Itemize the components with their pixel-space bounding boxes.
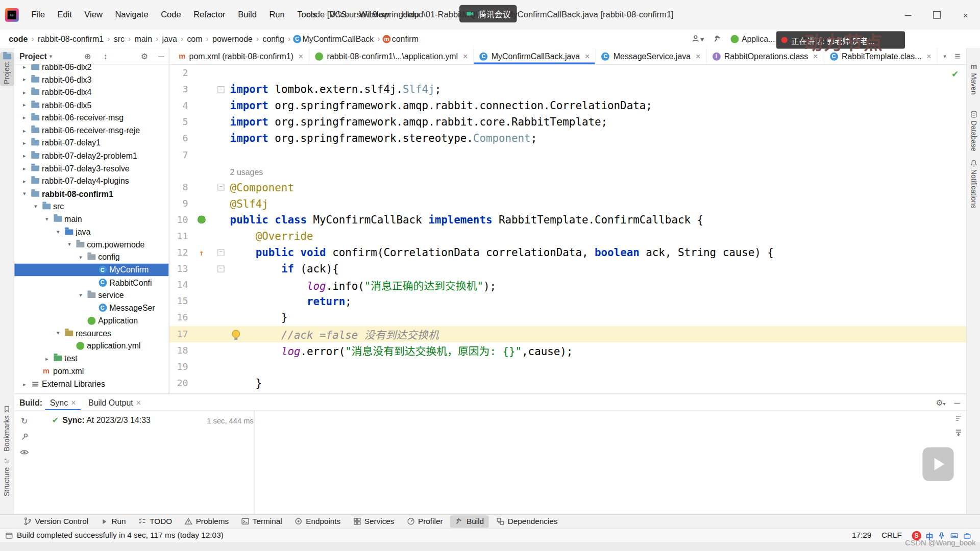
breadcrumb-item[interactable]: java: [161, 34, 178, 43]
tree-item[interactable]: ▾java: [14, 226, 168, 238]
tree-item[interactable]: ▸rabbit-06-receiver-msg: [14, 111, 168, 124]
chevron-right-icon[interactable]: ▸: [19, 77, 30, 83]
mini-player-overlay[interactable]: [922, 447, 953, 481]
tencent-meeting-overlay[interactable]: 腾讯会议: [459, 5, 517, 22]
pin-icon[interactable]: [20, 433, 29, 441]
chevron-down-icon[interactable]: ▾: [53, 229, 63, 235]
tree-item[interactable]: Application: [14, 314, 168, 327]
fold-marker-icon[interactable]: −: [217, 249, 224, 256]
line-number[interactable]: 11: [169, 231, 191, 242]
chevron-down-icon[interactable]: ▾: [31, 203, 41, 209]
breadcrumb-item[interactable]: main: [133, 34, 153, 43]
locate-file-icon[interactable]: ⊕: [82, 51, 93, 62]
chevron-right-icon[interactable]: ▸: [19, 178, 30, 184]
toolwindow-button-dependencies[interactable]: Dependencies: [492, 515, 562, 528]
tree-item[interactable]: application.yml: [14, 340, 168, 353]
tree-item[interactable]: ▸rabbit-07-delay1: [14, 137, 168, 149]
toolwindow-button-problems[interactable]: Problems: [180, 515, 234, 528]
tree-item[interactable]: ▸rabbit-06-receiver-msg-reje: [14, 124, 168, 137]
structure-stripe-button[interactable]: Structure: [0, 457, 14, 496]
sync-status-row[interactable]: ✔ Sync: At 2023/2/3 14:33: [52, 415, 151, 424]
chevron-right-icon[interactable]: ▸: [19, 64, 30, 70]
tree-item[interactable]: ▸rabbit-06-dlx3: [14, 73, 168, 86]
menu-code[interactable]: Code: [155, 1, 187, 29]
line-number[interactable]: 16: [169, 312, 191, 323]
tree-item[interactable]: ▾service: [14, 289, 168, 302]
line-number[interactable]: 4: [169, 100, 191, 111]
minimize-panel-icon[interactable]: ─: [954, 397, 960, 407]
line-number[interactable]: 7: [169, 149, 191, 160]
usages-inlay-hint[interactable]: 2 usages: [230, 167, 263, 177]
chevron-down-icon[interactable]: ▾: [19, 191, 30, 197]
soft-wrap-icon[interactable]: [954, 414, 963, 422]
line-number[interactable]: 8: [169, 182, 191, 193]
breadcrumb-item[interactable]: powernode: [211, 34, 254, 43]
chevron-right-icon[interactable]: ▸: [19, 114, 30, 120]
breadcrumb-item[interactable]: rabbit-08-confirm1: [36, 34, 105, 43]
chevron-right-icon[interactable]: ▸: [19, 140, 30, 146]
chevron-right-icon[interactable]: ▸: [19, 102, 30, 108]
line-number[interactable]: 10: [169, 214, 191, 226]
breadcrumb-item[interactable]: com: [186, 34, 204, 43]
menu-refactor[interactable]: Refactor: [187, 1, 232, 29]
breadcrumb-item[interactable]: code: [8, 34, 29, 43]
bookmarks-stripe-button[interactable]: Bookmarks: [0, 406, 14, 452]
spring-bean-icon[interactable]: [198, 216, 206, 224]
intention-bulb-icon[interactable]: [232, 330, 240, 338]
line-number[interactable]: 6: [169, 133, 191, 144]
fold-marker-icon[interactable]: −: [217, 184, 224, 190]
expand-collapse-icon[interactable]: ↕: [100, 51, 111, 62]
chevron-right-icon[interactable]: ▸: [19, 153, 30, 159]
chevron-down-icon[interactable]: ▾: [76, 254, 86, 260]
chevron-down-icon[interactable]: ▾: [50, 53, 53, 59]
toolwindow-button-version-control[interactable]: Version Control: [19, 515, 93, 528]
tree-item[interactable]: ▸rabbit-06-dlx2: [14, 64, 168, 73]
tree-item[interactable]: ▾rabbit-08-confirm1: [14, 187, 168, 200]
chevron-right-icon[interactable]: ▸: [42, 356, 52, 362]
menu-view[interactable]: View: [78, 1, 109, 29]
line-number[interactable]: 3: [169, 84, 191, 95]
project-stripe-button[interactable]: Project: [0, 52, 14, 86]
toolwindow-button-services[interactable]: Services: [348, 515, 399, 528]
menu-edit[interactable]: Edit: [51, 1, 78, 29]
tree-item[interactable]: ▾resources: [14, 327, 168, 340]
maven-stripe-button[interactable]: m Maven: [967, 62, 980, 94]
database-stripe-button[interactable]: Database: [967, 111, 980, 152]
chevron-down-icon[interactable]: ▾: [53, 330, 63, 336]
chevron-right-icon[interactable]: ▸: [19, 381, 30, 387]
line-number[interactable]: 18: [169, 344, 191, 356]
event-log-icon[interactable]: [5, 531, 13, 539]
breadcrumb-item[interactable]: src: [112, 34, 126, 43]
toolwindow-button-endpoints[interactable]: Endpoints: [289, 515, 346, 528]
tree-item[interactable]: ▸rabbit-06-dlx5: [14, 98, 168, 111]
tree-item[interactable]: ▾config: [14, 251, 168, 264]
line-number[interactable]: 5: [169, 116, 191, 128]
tree-item[interactable]: ▸rabbit-06-dlx4: [14, 86, 168, 98]
toolwindow-button-todo[interactable]: TODO: [133, 515, 177, 528]
fold-marker-icon[interactable]: −: [217, 265, 224, 272]
line-number[interactable]: 15: [169, 296, 191, 307]
editor-tab[interactable]: rabbit-08-confirm1\...\application.yml×: [309, 48, 474, 64]
editor-tab[interactable]: CMyConfirmCallBack.java×: [474, 48, 596, 64]
line-number[interactable]: 13: [169, 263, 191, 274]
user-icon[interactable]: ▾: [691, 34, 704, 43]
build-hammer-icon[interactable]: [713, 34, 722, 43]
rerun-sync-icon[interactable]: ↻: [21, 417, 28, 426]
caret-position[interactable]: 17:29: [852, 531, 871, 540]
tab-close-icon[interactable]: ×: [585, 52, 590, 61]
chevron-down-icon[interactable]: ▾: [64, 241, 75, 247]
toolwindow-button-profiler[interactable]: Profiler: [402, 515, 448, 528]
chevron-down-icon[interactable]: ▾: [42, 216, 52, 222]
tree-item[interactable]: ▸External Libraries: [14, 378, 168, 390]
eye-icon[interactable]: [20, 448, 29, 457]
tree-item[interactable]: ▸rabbit-07-delay2-problem1: [14, 149, 168, 162]
breadcrumb-item[interactable]: MyConfirmCallBack: [301, 34, 375, 43]
override-icon[interactable]: ↑: [199, 248, 204, 257]
toolwindow-button-build[interactable]: Build: [450, 515, 489, 528]
tab-list-chevron-icon[interactable]: ▾: [943, 53, 946, 59]
tree-item[interactable]: CMyConfirm: [14, 263, 168, 276]
toolwindow-button-terminal[interactable]: Terminal: [236, 515, 287, 528]
more-options-icon[interactable]: [954, 53, 962, 60]
tab-close-icon[interactable]: ×: [299, 52, 303, 61]
tree-item[interactable]: ▸test: [14, 352, 168, 365]
